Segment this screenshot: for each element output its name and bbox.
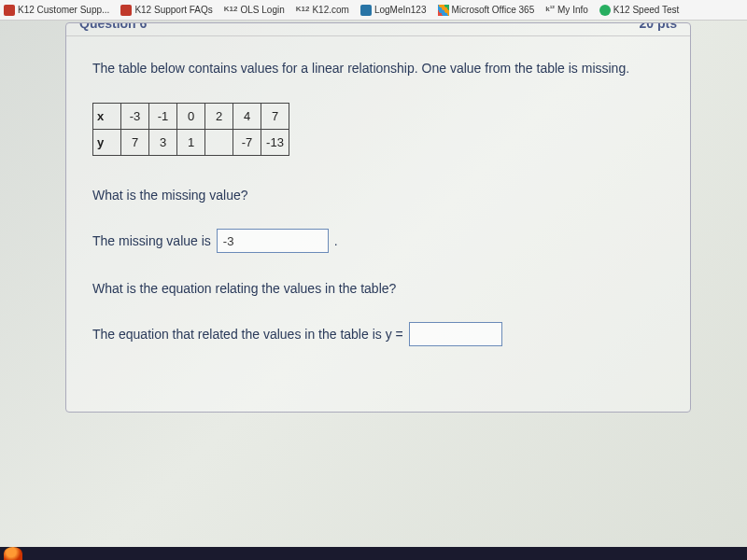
firefox-icon[interactable] (4, 547, 22, 560)
bookmark-k12-com[interactable]: K12 K12.com (296, 5, 349, 16)
bookmark-label: K12 Support FAQs (134, 5, 212, 15)
bookmark-ols-login[interactable]: K12 OLS Login (224, 5, 285, 16)
plus-icon (360, 5, 372, 16)
answer-2-prefix: The equation that related the values in … (92, 327, 403, 342)
equation-input[interactable] (409, 322, 502, 346)
bookmark-label: OLS Login (240, 5, 284, 15)
question-1: What is the missing value? (92, 188, 664, 203)
bookmark-label: K12 Customer Supp... (18, 5, 109, 15)
table-cell: 3 (149, 130, 177, 156)
question-number: Question 6 (79, 23, 147, 35)
table-cell: 7 (121, 130, 149, 156)
table-cell: 4 (233, 104, 261, 130)
bookmark-my-info[interactable]: k¹² My Info (545, 5, 588, 16)
table-cell: -3 (121, 104, 149, 130)
table-cell (205, 130, 233, 156)
question-2: What is the equation relating the values… (92, 281, 664, 296)
table-cell: 2 (205, 104, 233, 130)
bookmark-label: K12.com (312, 5, 348, 15)
answer-1-prefix: The missing value is (92, 233, 211, 248)
answer-1-suffix: . (334, 233, 338, 248)
tag-icon (4, 5, 15, 16)
bookmark-label: Microsoft Office 365 (452, 5, 535, 15)
question-card: Question 6 20 pts The table below contai… (65, 22, 691, 413)
bookmarks-bar: K12 Customer Supp... K12 Support FAQs K1… (0, 0, 747, 21)
table-cell: 7 (261, 104, 289, 130)
question-points: 20 pts (640, 23, 677, 35)
bookmark-microsoft-office[interactable]: Microsoft Office 365 (438, 5, 535, 16)
table-cell: -7 (233, 130, 261, 156)
office-icon (438, 5, 449, 16)
missing-value-input[interactable] (217, 229, 329, 253)
k12-icon: K12 (296, 5, 310, 16)
table-cell: -1 (149, 104, 177, 130)
bookmark-label: My Info (557, 5, 588, 15)
k12-icon: K12 (224, 5, 238, 16)
table-cell: -13 (261, 130, 289, 156)
row-label-y: y (93, 130, 121, 156)
bookmark-logmein[interactable]: LogMeIn123 (360, 5, 427, 16)
table-row: x -3 -1 0 2 4 7 (93, 104, 289, 130)
bookmark-label: K12 Speed Test (613, 5, 679, 15)
data-table: x -3 -1 0 2 4 7 y 7 3 1 -7 -13 (92, 103, 289, 156)
row-label-x: x (93, 104, 121, 130)
table-row: y 7 3 1 -7 -13 (93, 130, 289, 156)
bookmark-k12-support-faqs[interactable]: K12 Support FAQs (120, 5, 212, 16)
question-intro: The table below contains values for a li… (92, 59, 664, 78)
question-header: Question 6 20 pts (66, 23, 690, 36)
bookmark-k12-customer-support[interactable]: K12 Customer Supp... (4, 5, 109, 16)
bookmark-label: LogMeIn123 (374, 5, 427, 15)
answer-2-line: The equation that related the values in … (92, 322, 664, 346)
table-cell: 0 (177, 104, 205, 130)
answer-1-line: The missing value is . (92, 229, 664, 253)
k12-icon: k¹² (545, 5, 555, 16)
globe-icon (599, 5, 611, 16)
tag-icon (120, 5, 132, 16)
bookmark-k12-speed-test[interactable]: K12 Speed Test (599, 5, 679, 16)
table-cell: 1 (177, 130, 205, 156)
taskbar (0, 547, 747, 560)
